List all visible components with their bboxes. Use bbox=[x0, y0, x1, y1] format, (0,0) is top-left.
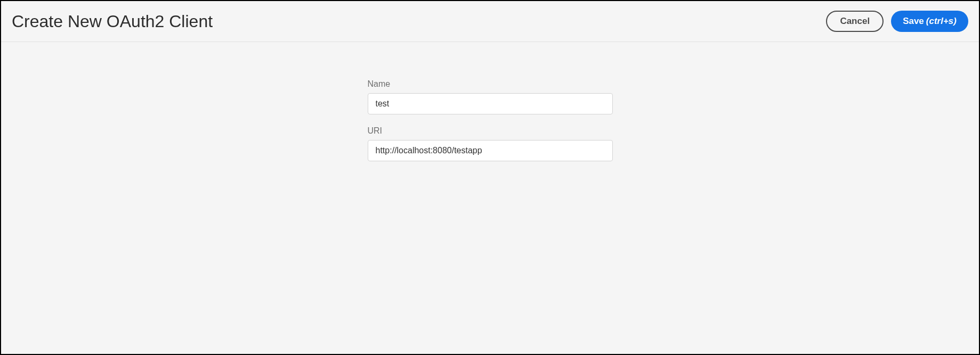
uri-label: URI bbox=[368, 126, 613, 136]
form-group-uri: URI bbox=[368, 126, 613, 161]
uri-input[interactable] bbox=[368, 140, 613, 161]
header-actions: Cancel Save (ctrl+s) bbox=[826, 11, 968, 32]
page-title: Create New OAuth2 Client bbox=[12, 12, 213, 31]
name-label: Name bbox=[368, 79, 613, 89]
form-group-name: Name bbox=[368, 79, 613, 114]
save-button-label: Save bbox=[903, 16, 924, 27]
form-area: Name URI bbox=[1, 42, 979, 354]
save-button[interactable]: Save (ctrl+s) bbox=[891, 11, 968, 32]
save-button-shortcut: (ctrl+s) bbox=[926, 16, 957, 27]
form-inner: Name URI bbox=[368, 79, 613, 354]
cancel-button[interactable]: Cancel bbox=[826, 11, 884, 32]
name-input[interactable] bbox=[368, 93, 613, 114]
page-container: Create New OAuth2 Client Cancel Save (ct… bbox=[0, 0, 980, 355]
page-header: Create New OAuth2 Client Cancel Save (ct… bbox=[1, 1, 979, 42]
